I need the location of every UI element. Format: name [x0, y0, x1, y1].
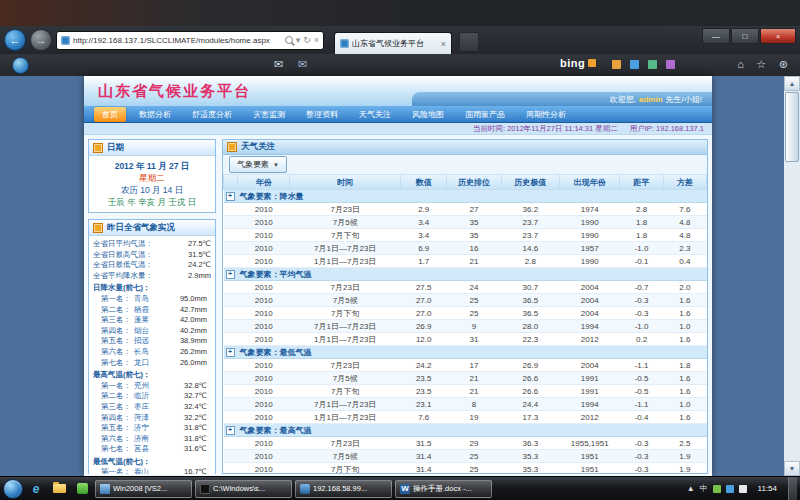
browser-tab[interactable]: 山东省气候业务平台 ×: [334, 32, 452, 54]
expand-icon[interactable]: +: [226, 192, 235, 201]
table-cell: 7月下旬: [290, 307, 401, 320]
table-cell: 0.2: [620, 333, 663, 346]
show-desktop-button[interactable]: [788, 477, 797, 500]
overview-label: 全省平均降水量：: [93, 271, 153, 282]
station-name: 龙口: [134, 358, 149, 369]
table-cell: 1994: [560, 320, 620, 333]
table-cell: 1月1日—7月23日: [290, 333, 401, 346]
header-row: 年份时间数值历史排位历史极值出现年份距平方差: [224, 175, 707, 190]
bing-logo[interactable]: bing: [560, 57, 596, 69]
gear-icon[interactable]: ⊛: [779, 58, 788, 71]
table-row: 20107月23日31.52936.31955,1951-0.32.5: [224, 437, 707, 450]
tab-close-icon[interactable]: ×: [441, 39, 446, 49]
nav-item-4[interactable]: 整理资料: [298, 107, 346, 122]
nav-item-0[interactable]: 首页: [94, 107, 126, 122]
maximize-button[interactable]: □: [731, 28, 759, 44]
section-row-3[interactable]: +气象要素：最高气温: [224, 424, 707, 437]
taskbar-button-2[interactable]: 192.168.58.99...: [295, 480, 392, 498]
expand-icon[interactable]: +: [226, 270, 235, 279]
table-cell: 2010: [238, 359, 290, 372]
weather-overview: 全省日平均气温：27.5℃全省日最高气温：31.5℃全省日最低气温：24.2℃全…: [89, 236, 215, 474]
section-row-1[interactable]: +气象要素：平均气温: [224, 268, 707, 281]
table-cell: 7.6: [663, 203, 706, 216]
action-center-icon[interactable]: [713, 485, 721, 493]
nav-item-8[interactable]: 周期性分析: [518, 107, 574, 122]
station-name: 长岛: [134, 347, 149, 358]
expand-icon[interactable]: +: [226, 348, 235, 357]
table-row: 20107月下旬3.43523.719901.84.8: [224, 229, 707, 242]
rank-label: 第三名：: [101, 315, 131, 326]
url-text: http://192.168.137.1/SLCCLIMATE/modules/…: [73, 36, 282, 45]
table-cell: 2010: [238, 294, 290, 307]
show-hidden-icons-icon[interactable]: ▲: [687, 484, 695, 493]
station-name: 济南: [134, 434, 149, 445]
home-icon[interactable]: ⌂: [737, 58, 744, 70]
volume-icon[interactable]: [739, 485, 747, 493]
search-icon[interactable]: [285, 36, 293, 44]
table-cell: 1.6: [663, 385, 706, 398]
network-icon[interactable]: [726, 485, 734, 493]
table-cell: 25: [447, 463, 501, 475]
nav-item-2[interactable]: 舒适度分析: [184, 107, 240, 122]
rank-label: 第七名：: [101, 444, 131, 455]
table-cell: -1.0: [620, 242, 663, 255]
table-row: 20107月5候31.42535.31951-0.31.9: [224, 450, 707, 463]
table-toolbar: 气象要素 ▼: [223, 155, 707, 175]
autocomplete-dropdown-icon[interactable]: ▾: [296, 35, 301, 45]
close-button[interactable]: ×: [760, 28, 796, 44]
section-row-0[interactable]: +气象要素：降水量: [224, 190, 707, 203]
toolbar-icon[interactable]: [612, 60, 621, 69]
nav-item-7[interactable]: 面雨量产品: [457, 107, 513, 122]
table-row: 20107月5候23.52126.61991-0.51.6: [224, 372, 707, 385]
taskbar-clock[interactable]: 11:54: [752, 484, 783, 493]
favorites-star-icon[interactable]: ☆: [756, 58, 766, 71]
table-cell: 24.2: [401, 359, 447, 372]
weather-focus-panel: 天气关注 气象要素 ▼ 年份时间数值历史排位历史极值出现年份距平方差 +气象要: [222, 139, 708, 474]
element-filter-button[interactable]: 气象要素 ▼: [229, 156, 287, 173]
table-cell: 1.8: [620, 216, 663, 229]
table-cell: 2010: [238, 255, 290, 268]
ie-taskbar-icon[interactable]: e: [26, 480, 46, 498]
table-cell: 31.5: [401, 437, 447, 450]
table-cell: 2004: [560, 359, 620, 372]
browser-logo-icon[interactable]: [12, 57, 29, 74]
taskbar-button-0[interactable]: Win2008 [VS2...: [95, 480, 192, 498]
expand-icon[interactable]: +: [226, 426, 235, 435]
taskbar-button-3[interactable]: W操作手册.docx -...: [395, 480, 492, 498]
nav-item-3[interactable]: 灾害监测: [245, 107, 293, 122]
nav-item-5[interactable]: 天气关注: [351, 107, 399, 122]
address-bar[interactable]: http://192.168.137.1/SLCCLIMATE/modules/…: [56, 31, 324, 50]
minimize-button[interactable]: —: [702, 28, 730, 44]
station-value: 31.8℃: [184, 434, 211, 445]
nav-item-6[interactable]: 风险地图: [404, 107, 452, 122]
back-button[interactable]: ←: [4, 29, 26, 51]
table-cell: 2.5: [663, 437, 706, 450]
table-cell: 7月5候: [290, 372, 401, 385]
scrollbar-thumb[interactable]: [785, 92, 799, 162]
station-value: 40.2mm: [180, 326, 211, 337]
explorer-taskbar-icon[interactable]: [49, 480, 69, 498]
forward-button[interactable]: →: [30, 29, 52, 51]
toolbar-icon[interactable]: [630, 60, 639, 69]
toolbar-icon[interactable]: [666, 60, 675, 69]
stop-icon[interactable]: ×: [314, 35, 319, 45]
start-button[interactable]: [3, 479, 23, 499]
page-scrollbar[interactable]: ▲ ▼: [784, 76, 800, 476]
send-mail-icon[interactable]: ✉: [298, 58, 307, 71]
mail-icon[interactable]: ✉: [274, 58, 283, 71]
new-tab-button[interactable]: [459, 32, 479, 52]
scroll-up-icon[interactable]: ▲: [784, 76, 800, 91]
taskbar-button-1[interactable]: C:\Windows\s...: [195, 480, 292, 498]
table-cell: 7月23日: [290, 203, 401, 216]
toolbar-icon[interactable]: [648, 60, 657, 69]
ime-indicator[interactable]: 中: [700, 483, 708, 494]
scroll-down-icon[interactable]: ▼: [784, 461, 800, 476]
nav-item-1[interactable]: 数据分析: [131, 107, 179, 122]
table-cell: 26.9: [401, 320, 447, 333]
app-taskbar-icon[interactable]: [72, 480, 92, 498]
table-cell: 2.3: [663, 242, 706, 255]
section-row-2[interactable]: +气象要素：最低气温: [224, 346, 707, 359]
cmd-icon: [200, 484, 210, 494]
refresh-icon[interactable]: ↻: [303, 35, 311, 45]
table-cell: -0.3: [620, 463, 663, 475]
